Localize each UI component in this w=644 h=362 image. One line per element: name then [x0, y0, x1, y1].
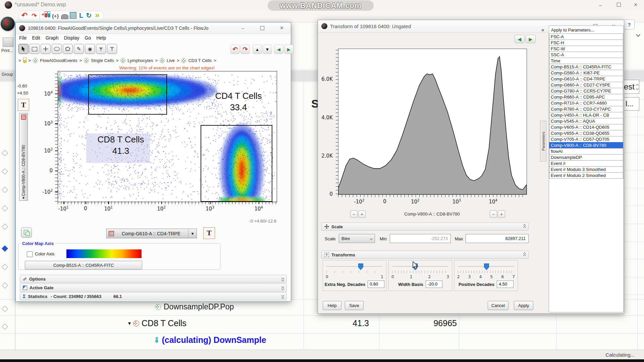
graph-minimize-button[interactable]: –	[234, 22, 251, 34]
histogram-tool-icon[interactable]	[61, 14, 68, 19]
main-minimize-button[interactable]: –	[592, 0, 609, 9]
sample-row-diamond-icon[interactable]	[2, 306, 8, 312]
parameter-item[interactable]: Event #	[549, 160, 623, 167]
sample-row-diamond-icon[interactable]	[2, 245, 8, 251]
table-row[interactable]: DownsampleDP.Pop	[155, 302, 234, 311]
help-button[interactable]: Help	[323, 301, 341, 310]
flowjo-orb-button[interactable]	[1, 17, 15, 31]
collapse-chevrons-icon[interactable]	[524, 253, 526, 257]
main-maximize-button[interactable]	[610, 0, 627, 9]
parameter-item[interactable]: Event # Modulo 3 Smoothed	[549, 166, 623, 173]
next-param-button[interactable]: ▶	[526, 35, 536, 43]
parameter-item[interactable]: SSC-A	[549, 52, 623, 58]
layout-editor-icon[interactable]: L	[78, 11, 85, 20]
help-button[interactable]: ?	[624, 19, 635, 29]
parameter-item[interactable]: Comp-V545-A :: AQUA	[549, 118, 623, 124]
add-group-icon[interactable]: {+}	[51, 11, 60, 20]
pos-decades-plus-button[interactable]: +	[498, 210, 505, 218]
prev-param-button[interactable]: ◀	[515, 35, 525, 43]
parameter-item[interactable]: Comp-R710-A :: CCR7-A680	[549, 100, 623, 106]
breadcrumb-item[interactable]: Lymphocytes	[127, 58, 153, 63]
polygon-gate-tool[interactable]	[63, 44, 73, 54]
trisector-tool[interactable]	[107, 44, 117, 54]
forward-button[interactable]: ▶	[284, 45, 293, 54]
parameter-item[interactable]: Comp-G610-A :: CD4-TRPE	[549, 76, 623, 82]
parameter-item[interactable]: FSC-W	[549, 46, 623, 52]
prev-y-param-button[interactable]: ▲	[253, 45, 262, 54]
sample-row-diamond-icon[interactable]	[2, 168, 8, 174]
table-row[interactable]: ▾ CD8 T Cells	[128, 318, 186, 328]
sample-row-diamond-icon[interactable]	[2, 187, 8, 193]
transforms-section-header[interactable]: T Transforms	[321, 251, 529, 259]
table-editor-icon[interactable]	[70, 12, 76, 19]
sample-tube-icon[interactable]	[23, 58, 26, 63]
expand-chevrons-icon[interactable]	[282, 286, 284, 290]
print-icon[interactable]	[3, 38, 13, 47]
slider-track[interactable]	[458, 266, 514, 267]
table-row[interactable]: ⇓ (calculating) DownSample	[154, 335, 266, 345]
parameter-item[interactable]: Comp-V655-A :: CD38-QD655	[549, 130, 623, 136]
save-button[interactable]: Save	[345, 301, 364, 310]
panel-chevron[interactable]: »	[541, 27, 544, 33]
parameter-item[interactable]: Comp-R780-A :: CD3-CY7APC	[549, 106, 623, 112]
slider-track[interactable]	[392, 266, 448, 267]
add-samples-icon[interactable]: +	[42, 11, 50, 17]
parameter-item[interactable]: Comp-G660-A :: CD27-CY5PE	[549, 82, 623, 88]
expand-arrow-icon[interactable]: ▾	[128, 320, 131, 326]
slider-value-input[interactable]: -20.0	[426, 281, 442, 288]
min-input[interactable]: -252.273	[390, 234, 451, 243]
x-axis-transform-button[interactable]: T	[203, 227, 215, 239]
breadcrumb-item[interactable]: Live	[167, 58, 175, 63]
parameter-item[interactable]: flowAI	[549, 148, 623, 155]
parameter-item[interactable]: Comp-V605-A :: CD14-QD605	[549, 124, 623, 130]
expand-chevrons-icon[interactable]	[282, 277, 284, 281]
apply-button[interactable]: Apply	[514, 301, 533, 310]
print-label[interactable]: Print...	[1, 48, 13, 53]
menu-file[interactable]: File	[19, 35, 27, 41]
refresh-icon[interactable]: ↻	[85, 11, 93, 20]
parameter-item[interactable]: DownsampleDP	[549, 154, 623, 161]
gate-rect-cd8[interactable]	[201, 125, 272, 202]
graph-close-button[interactable]: ×	[273, 22, 290, 34]
menu-go[interactable]: Go	[85, 35, 91, 41]
collapse-chevrons-icon[interactable]	[524, 225, 526, 229]
color-map-param-button[interactable]: Comp-B515-A :: CD45RA-FITC	[25, 261, 142, 269]
parameter-item[interactable]: Comp-B515-A :: CD45RA-FITC	[549, 64, 623, 70]
sample-row-diamond-icon[interactable]	[2, 205, 8, 211]
menu-display[interactable]: Display	[64, 35, 79, 41]
cancel-button[interactable]: Cancel	[488, 301, 508, 310]
parameter-item[interactable]: Comp-G560-A :: KI67-PE	[549, 70, 623, 76]
parameter-item[interactable]: FSC-H	[549, 40, 623, 46]
menu-help[interactable]: Help	[96, 35, 106, 41]
statistics-panel-bar[interactable]: Σ Statistics - Count: 234992 / 355663 66…	[20, 292, 287, 300]
scale-section-header[interactable]: Scale	[321, 223, 529, 231]
next-y-param-button[interactable]: ▼	[263, 45, 272, 54]
sample-row-diamond-icon[interactable]	[2, 224, 8, 230]
menu-edit[interactable]: Edit	[32, 35, 40, 41]
parameter-item[interactable]: Comp-R660-A :: CD95-APC	[549, 94, 623, 100]
sample-row-diamond-icon[interactable]	[2, 282, 8, 288]
scale-mode-dropdown[interactable]: Biex	[339, 234, 375, 243]
pos-decades-minus-button[interactable]: −	[490, 210, 497, 218]
menu-graph[interactable]: Graph	[46, 35, 59, 41]
gate-rect-cd4[interactable]	[88, 74, 167, 115]
bisector-tool[interactable]	[96, 44, 106, 54]
breadcrumb-item[interactable]: Single Cells	[91, 58, 114, 63]
slider-value-input[interactable]: 0.60	[368, 281, 384, 288]
color-axis-checkbox[interactable]	[27, 251, 33, 257]
slider-thumb[interactable]	[484, 263, 489, 270]
expand-chevrons-icon[interactable]	[282, 294, 284, 298]
parameter-item[interactable]: Comp-V705-A :: CD57-QD705	[549, 136, 623, 142]
parameter-item[interactable]: Comp-V800-A :: CD8-BV780	[549, 142, 623, 148]
autogate-tool[interactable]: ◉	[85, 44, 95, 54]
neg-decades-plus-button[interactable]: +	[358, 210, 366, 218]
graph-maximize-button[interactable]	[254, 22, 271, 34]
fast-forward-icon[interactable]: »	[93, 10, 101, 20]
dot-plot[interactable]: CD4 T Cells 33.4 CD8 T Cells 41.3	[58, 71, 277, 202]
pencil-gate-tool[interactable]: ✎	[74, 44, 84, 54]
slider-value-input[interactable]: 4.50	[497, 281, 514, 288]
graph-redo-button[interactable]: ↷	[240, 45, 250, 54]
back-button[interactable]: ◀	[274, 45, 283, 54]
transform-histogram[interactable]	[338, 49, 527, 195]
ellipse-gate-tool[interactable]	[52, 44, 62, 54]
